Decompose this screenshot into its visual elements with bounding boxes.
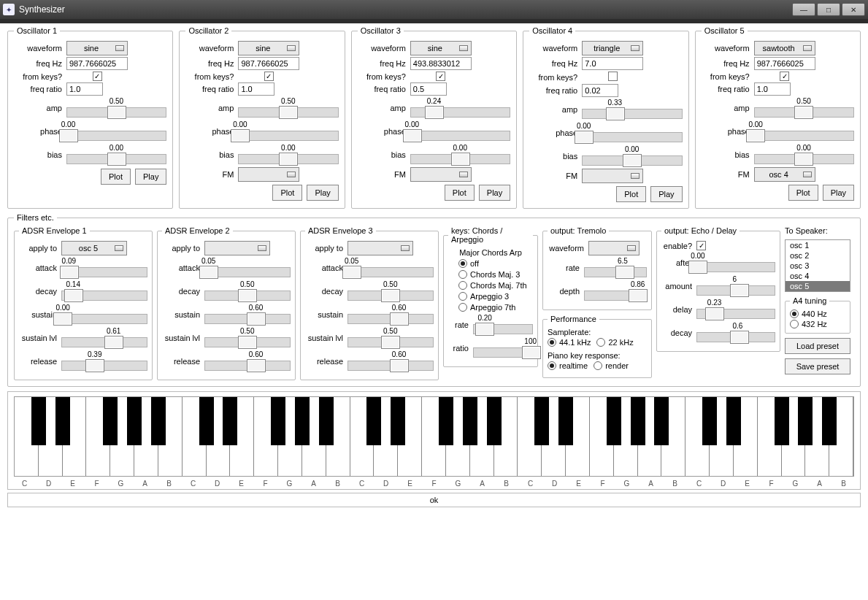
osc3-bias-slider[interactable]: 0.00 <box>410 144 510 166</box>
samplerate-0-radio[interactable] <box>548 338 556 347</box>
black-key-3[interactable] <box>103 397 118 445</box>
osc5-plot-button[interactable]: Plot <box>788 185 818 201</box>
adsr2-attack-slider[interactable]: 0.05 <box>204 257 291 279</box>
tospeaker-item-1[interactable]: osc 2 <box>786 250 850 261</box>
adsr2-release-slider[interactable]: 0.60 <box>204 350 291 372</box>
osc2-play-button[interactable]: Play <box>307 185 338 201</box>
osc1-phase-slider[interactable]: 0.00 <box>66 120 166 142</box>
black-key-8[interactable] <box>223 397 237 445</box>
a4-0-radio[interactable] <box>790 309 799 318</box>
osc1-ratio-input[interactable] <box>66 82 103 96</box>
tospeaker-item-4[interactable]: osc 5 <box>786 281 850 291</box>
adsr1-applyto-dropdown[interactable]: osc 5 <box>61 241 127 255</box>
osc2-freq-input[interactable] <box>238 57 299 70</box>
echo-enable-checkbox[interactable]: ✓ <box>696 241 706 250</box>
tospeaker-listbox[interactable]: osc 1osc 2osc 3osc 4osc 5 <box>785 239 850 292</box>
osc5-amp-slider[interactable]: 0.50 <box>754 97 854 119</box>
osc3-amp-slider[interactable]: 0.24 <box>410 97 510 119</box>
adsr3-applyto-dropdown[interactable] <box>347 241 413 255</box>
osc4-fm-dropdown[interactable] <box>582 169 643 183</box>
samplerate-1-radio[interactable] <box>596 338 605 347</box>
osc2-ratio-input[interactable] <box>238 82 274 96</box>
save-preset-button[interactable]: Save preset <box>785 358 850 374</box>
osc1-amp-slider[interactable]: 0.50 <box>66 97 166 119</box>
echo-decay-slider[interactable]: 0.6 <box>696 322 775 344</box>
osc4-amp-slider[interactable]: 0.33 <box>582 99 682 120</box>
pianoresp-0-radio[interactable] <box>548 361 556 370</box>
adsr1-attack-slider[interactable]: 0.09 <box>61 257 147 279</box>
echo-after-slider[interactable]: 0.00 <box>696 252 775 274</box>
black-key-28[interactable] <box>702 397 717 445</box>
osc4-play-button[interactable]: Play <box>650 186 682 202</box>
osc4-phase-slider[interactable]: 0.00 <box>582 122 682 144</box>
adsr2-sustainlvl-slider[interactable]: 0.50 <box>204 327 291 349</box>
black-key-33[interactable] <box>822 397 837 445</box>
osc4-freq-input[interactable] <box>582 57 643 70</box>
black-key-1[interactable] <box>55 397 70 445</box>
adsr3-attack-slider[interactable]: 0.05 <box>347 257 434 279</box>
window-maximize-button[interactable]: □ <box>817 3 840 16</box>
arp-option-3-radio[interactable] <box>458 292 467 301</box>
black-key-25[interactable] <box>631 397 645 445</box>
black-key-19[interactable] <box>487 397 502 445</box>
osc3-fromkeys-checkbox[interactable]: ✓ <box>436 72 445 81</box>
adsr1-sustain-slider[interactable]: 0.00 <box>61 304 147 326</box>
osc3-waveform-dropdown[interactable]: sine <box>410 41 472 55</box>
adsr3-sustainlvl-slider[interactable]: 0.50 <box>347 327 434 349</box>
adsr3-decay-slider[interactable]: 0.50 <box>347 280 434 302</box>
tospeaker-item-2[interactable]: osc 3 <box>786 261 850 271</box>
osc2-waveform-dropdown[interactable]: sine <box>238 41 299 55</box>
osc4-bias-slider[interactable]: 0.00 <box>582 145 682 167</box>
black-key-31[interactable] <box>775 397 789 445</box>
adsr2-applyto-dropdown[interactable] <box>204 241 270 255</box>
echo-delay-slider[interactable]: 0.23 <box>696 299 775 320</box>
osc3-phase-slider[interactable]: 0.00 <box>410 120 510 142</box>
osc4-ratio-input[interactable] <box>582 84 618 97</box>
arp-option-1-radio[interactable] <box>458 270 467 279</box>
osc1-freq-input[interactable] <box>66 57 128 70</box>
black-key-10[interactable] <box>271 397 285 445</box>
black-key-17[interactable] <box>439 397 453 445</box>
osc5-fromkeys-checkbox[interactable]: ✓ <box>780 72 789 81</box>
osc1-plot-button[interactable]: Plot <box>101 169 131 185</box>
black-key-24[interactable] <box>607 397 621 445</box>
adsr1-sustainlvl-slider[interactable]: 0.61 <box>61 327 147 349</box>
osc3-freq-input[interactable] <box>410 57 472 70</box>
arp-rate-slider[interactable]: 0.20 <box>473 314 533 336</box>
black-key-0[interactable] <box>31 397 46 445</box>
osc3-fm-dropdown[interactable] <box>410 167 472 182</box>
echo-amount-slider[interactable]: 6 <box>696 275 775 297</box>
load-preset-button[interactable]: Load preset <box>785 338 850 354</box>
adsr3-release-slider[interactable]: 0.60 <box>347 350 434 372</box>
black-key-18[interactable] <box>463 397 477 445</box>
black-key-22[interactable] <box>558 397 573 445</box>
arp-ratio-slider[interactable]: 100 <box>473 337 533 359</box>
black-key-15[interactable] <box>391 397 405 445</box>
window-close-button[interactable]: ✕ <box>842 3 865 16</box>
black-key-11[interactable] <box>295 397 310 445</box>
osc4-fromkeys-checkbox[interactable] <box>608 72 618 81</box>
osc1-bias-slider[interactable]: 0.00 <box>66 144 166 166</box>
black-key-12[interactable] <box>319 397 334 445</box>
a4-1-radio[interactable] <box>790 320 799 328</box>
osc2-fromkeys-checkbox[interactable]: ✓ <box>264 72 274 81</box>
osc5-fm-dropdown[interactable]: osc 4 <box>754 167 815 182</box>
osc3-ratio-input[interactable] <box>410 82 447 96</box>
adsr1-decay-slider[interactable]: 0.14 <box>61 280 147 302</box>
osc5-waveform-dropdown[interactable]: sawtooth <box>754 41 815 55</box>
black-key-21[interactable] <box>534 397 549 445</box>
arp-option-2-radio[interactable] <box>458 281 467 290</box>
osc2-fm-dropdown[interactable] <box>238 167 299 182</box>
tospeaker-item-3[interactable]: osc 4 <box>786 271 850 281</box>
osc2-phase-slider[interactable]: 0.00 <box>238 120 338 142</box>
osc5-freq-input[interactable] <box>754 57 815 70</box>
adsr2-decay-slider[interactable]: 0.50 <box>204 280 291 302</box>
osc1-fromkeys-checkbox[interactable]: ✓ <box>93 72 102 81</box>
tremolo-waveform-dropdown[interactable] <box>588 241 640 255</box>
arp-option-0-radio[interactable] <box>458 259 467 268</box>
black-key-5[interactable] <box>151 397 166 445</box>
osc5-ratio-input[interactable] <box>754 82 791 96</box>
black-key-4[interactable] <box>127 397 142 445</box>
osc4-waveform-dropdown[interactable]: triangle <box>582 41 643 55</box>
black-key-26[interactable] <box>654 397 669 445</box>
